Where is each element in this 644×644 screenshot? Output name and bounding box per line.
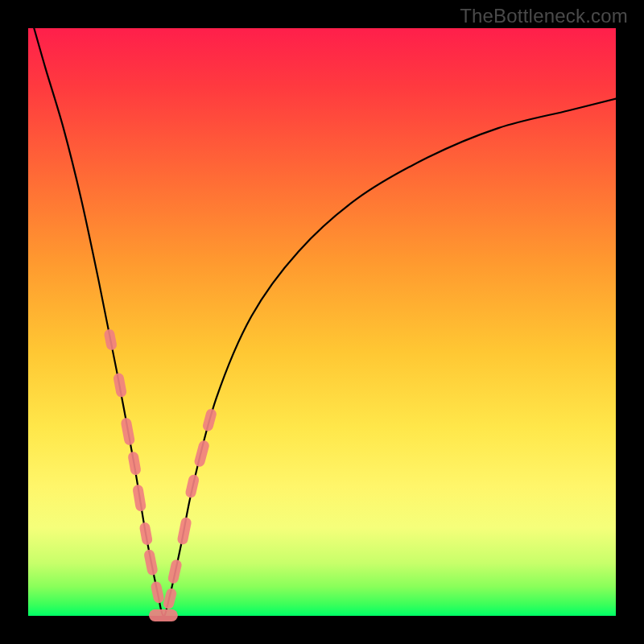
- chart-frame: TheBottleneck.com: [0, 0, 644, 644]
- highlight-capsule: [193, 440, 210, 468]
- highlight-capsule: [113, 373, 127, 398]
- highlight-capsule: [138, 522, 153, 546]
- highlight-capsule: [143, 549, 159, 576]
- bottleneck-curve: [28, 28, 616, 616]
- highlight-cluster-right: [162, 407, 217, 609]
- highlight-capsule: [162, 587, 177, 609]
- highlight-capsule: [176, 517, 192, 546]
- highlight-capsule: [127, 451, 142, 476]
- highlight-capsule: [184, 473, 200, 498]
- highlight-cluster-left: [103, 328, 178, 621]
- plot-area: [28, 28, 616, 616]
- highlight-base: [149, 609, 178, 621]
- highlight-capsule: [132, 484, 147, 512]
- highlight-capsule: [103, 328, 118, 351]
- watermark-text: TheBottleneck.com: [460, 5, 628, 27]
- highlight-capsule: [202, 407, 218, 431]
- curve-line: [34, 28, 616, 616]
- highlight-capsule: [120, 417, 135, 446]
- highlight-capsule: [167, 559, 183, 584]
- highlight-capsule: [150, 580, 165, 604]
